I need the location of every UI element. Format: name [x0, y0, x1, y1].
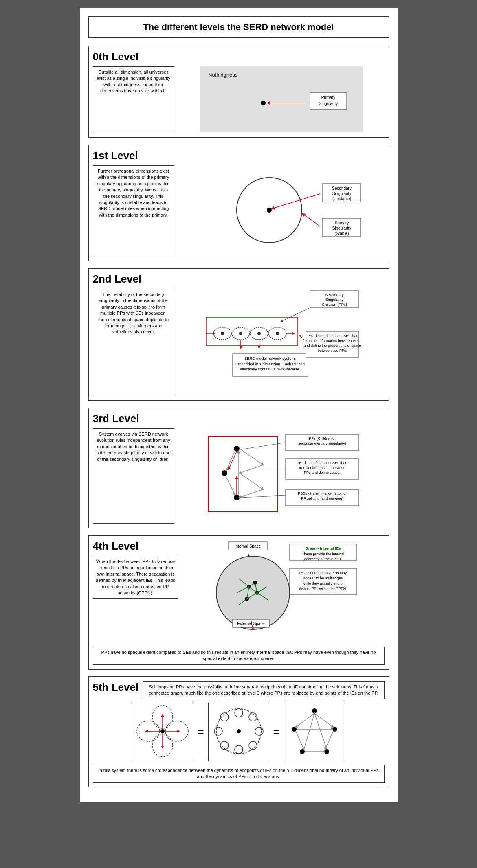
svg-point-123 — [312, 708, 317, 713]
svg-text:External Space: External Space — [237, 621, 265, 626]
svg-text:PPs (Children of: PPs (Children of — [309, 436, 336, 441]
svg-text:Primary: Primary — [334, 221, 348, 225]
svg-point-50 — [222, 470, 227, 476]
svg-point-115 — [235, 745, 243, 754]
level-1-description: Further orthogonal dimensions exist with… — [93, 165, 174, 256]
svg-line-53 — [226, 476, 235, 495]
svg-line-79 — [248, 550, 249, 556]
svg-text:Singularity: Singularity — [325, 297, 343, 302]
level-3-description: System evolves via SERD network evolutio… — [93, 428, 174, 524]
svg-line-37 — [281, 308, 310, 321]
svg-text:Secondary: Secondary — [325, 292, 344, 297]
svg-text:and define the proportions of : and define the proportions of space — [303, 344, 361, 348]
page: The different levels the SERD network mo… — [80, 8, 398, 802]
main-title: The different levels the SERD network mo… — [88, 16, 389, 38]
svg-text:effectively contain its own un: effectively contain its own universe. — [240, 367, 300, 371]
svg-point-2 — [261, 101, 266, 105]
svg-point-116 — [214, 727, 222, 735]
svg-text:These provide the internal: These provide the internal — [301, 552, 344, 556]
level-5-title: 5th Level — [93, 681, 139, 694]
level-5-top: 5th Level Self loops on PPs have the pos… — [93, 681, 385, 699]
level-4-diagram: Internal Space External Space — [182, 540, 385, 643]
level-4-top: 4th Level When the IEs between PPs fully… — [93, 540, 385, 643]
level-5-diagram-1 — [132, 703, 193, 761]
svg-line-9 — [273, 194, 320, 208]
level-1-content: Further orthogonal dimensions exist with… — [93, 165, 385, 256]
svg-text:IEs - lines of adjacent SEs th: IEs - lines of adjacent SEs that — [307, 334, 357, 338]
level-4-left: 4th Level When the IEs between PPs fully… — [93, 540, 178, 643]
svg-rect-36 — [206, 317, 298, 346]
svg-line-58 — [240, 489, 263, 498]
level-3-box: 3rd Level System evolves via SERD networ… — [88, 408, 389, 528]
svg-text:Nothingness: Nothingness — [208, 72, 238, 78]
svg-text:PPs and define space.: PPs and define space. — [303, 471, 340, 475]
level-3-title: 3rd Level — [93, 412, 385, 425]
svg-text:PP splitting (and merging): PP splitting (and merging) — [301, 496, 343, 500]
svg-text:distinct PPs within the CPPN.: distinct PPs within the CPPN. — [299, 587, 347, 591]
level-2-box: 2nd Level The instability of the seconda… — [88, 268, 389, 401]
level-2-diagram: Secondary Singularity Children (PPs) — [178, 289, 385, 396]
svg-point-8 — [267, 208, 272, 213]
level-4-bottom-text: PPs have no spacial extent compared to S… — [93, 647, 385, 665]
level-0-title: 0th Level — [93, 50, 385, 63]
svg-point-76 — [216, 556, 290, 629]
level-0-content: Outside all dimension, all universes exi… — [93, 66, 385, 133]
svg-point-117 — [255, 727, 263, 735]
svg-text:transfer information between: transfer information between — [299, 466, 345, 470]
svg-point-49 — [234, 446, 240, 452]
level-1-box: 1st Level Further orthogonal dimensions … — [88, 145, 389, 261]
svg-text:Green - Internal IEs: Green - Internal IEs — [305, 546, 341, 550]
svg-point-122 — [237, 729, 241, 733]
svg-text:transfer information between P: transfer information between PPs — [305, 339, 360, 343]
svg-line-59 — [229, 452, 237, 469]
level-5-diagrams: = = — [93, 703, 385, 761]
svg-point-124 — [292, 727, 297, 732]
svg-point-31 — [276, 332, 279, 335]
level-5-top-text: Self loops on PPs have the possiblity to… — [143, 681, 384, 699]
svg-line-55 — [240, 449, 263, 465]
svg-text:geometry of the CPPN.: geometry of the CPPN. — [304, 557, 342, 561]
svg-line-128 — [296, 713, 314, 727]
svg-line-129 — [314, 713, 333, 727]
level-2-description: The instability of the secondary singula… — [93, 289, 174, 396]
svg-point-51 — [234, 495, 240, 500]
level-1-diagram: Secondary Singularity (Unstable) Primary… — [178, 165, 385, 256]
level-5-bottom-text: In this system there is some corresponde… — [93, 765, 385, 783]
level-3-diagram: PPs (Children of secondary/tertiary sing… — [178, 428, 385, 524]
svg-point-30 — [257, 332, 261, 335]
svg-line-135 — [314, 713, 327, 749]
level-4-description: When the IEs between PPs fully reduce it… — [93, 556, 178, 599]
level-1-title: 1st Level — [93, 149, 385, 162]
level-3-content: System evolves via SERD network evolutio… — [93, 428, 385, 524]
level-5-box: 5th Level Self loops on PPs have the pos… — [88, 676, 389, 788]
svg-line-57 — [240, 473, 263, 489]
level-5-diagram-2 — [208, 703, 269, 761]
svg-point-126 — [300, 749, 305, 754]
svg-line-73 — [241, 495, 286, 498]
svg-line-52 — [226, 452, 235, 470]
svg-line-10 — [303, 214, 320, 226]
svg-text:Children (PPs): Children (PPs) — [322, 302, 347, 307]
svg-text:(Unstable): (Unstable) — [332, 197, 351, 201]
svg-text:Singularity: Singularity — [332, 226, 351, 230]
level-0-description: Outside all dimension, all universes exi… — [93, 66, 174, 133]
svg-point-28 — [221, 332, 224, 335]
svg-text:PSBs - transmit information of: PSBs - transmit information of — [298, 491, 347, 495]
svg-text:Secondary: Secondary — [332, 186, 352, 191]
svg-line-131 — [325, 731, 333, 750]
svg-point-29 — [239, 332, 242, 335]
svg-text:appear to be multiedges: appear to be multiedges — [303, 576, 343, 580]
svg-text:(Stable): (Stable) — [334, 231, 349, 236]
svg-line-71 — [241, 443, 286, 449]
svg-line-134 — [304, 713, 314, 750]
svg-text:IE - lines of adjacent SEs tha: IE - lines of adjacent SEs that — [298, 461, 346, 465]
svg-text:Internal Space: Internal Space — [234, 544, 261, 548]
svg-text:Embedded in 1 dimension. Each : Embedded in 1 dimension. Each PP can — [235, 362, 305, 366]
svg-text:while they actually end of: while they actually end of — [302, 581, 343, 585]
svg-text:Primary: Primary — [321, 95, 335, 100]
svg-point-127 — [324, 749, 329, 754]
svg-text:secondary/tertiary singularity: secondary/tertiary singularity) — [298, 441, 346, 445]
level-2-title: 2nd Level — [93, 273, 385, 285]
level-0-box: 0th Level Outside all dimension, all uni… — [88, 46, 389, 138]
level-5-diagram-3 — [284, 703, 345, 761]
